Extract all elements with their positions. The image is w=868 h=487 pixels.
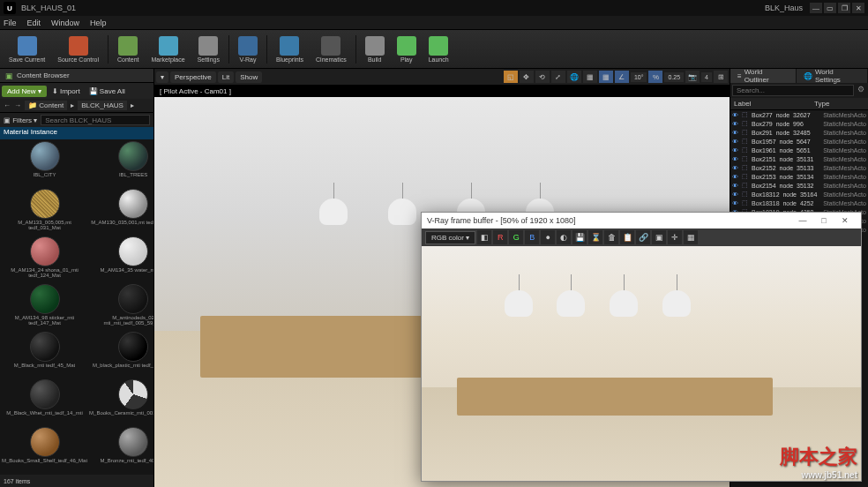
outliner-row[interactable]: 👁⬚Box279_node_996StaticMeshActor <box>730 119 868 128</box>
toolbar-cinematics-button[interactable]: Cinematics <box>311 34 352 64</box>
vfb-region-icon[interactable]: ▣ <box>652 230 666 244</box>
material-thumbnail[interactable]: M_AM130_035,001,mt tedf_07_Mat <box>89 189 153 235</box>
visibility-icon[interactable]: 👁 <box>732 174 739 180</box>
material-thumbnail[interactable]: M_antinodeds_02 mti_mti_tedf_005_59_mti <box>89 284 153 330</box>
scale-gizmo-icon[interactable]: ⤢ <box>551 71 565 83</box>
tab-world-outliner[interactable]: ≡World Outliner <box>730 69 796 83</box>
visibility-icon[interactable]: 👁 <box>732 121 739 127</box>
outliner-row[interactable]: 👁⬚Box1957_node_5647StaticMeshActor <box>730 137 868 146</box>
material-thumbnail[interactable]: M_Black_mti tedf_45_Mat <box>2 332 87 378</box>
lit-mode-button[interactable]: Lit <box>218 71 234 83</box>
vray-frame-buffer-window[interactable]: V-Ray frame buffer - [50% of 1920 x 1080… <box>421 212 862 482</box>
grid-snap-icon[interactable]: ▦ <box>599 71 613 83</box>
close-button[interactable]: ✕ <box>852 3 864 13</box>
toolbar-source-control-button[interactable]: Source Control <box>52 34 104 64</box>
toolbar-blueprints-button[interactable]: Blueprints <box>271 34 309 64</box>
vfb-clear-icon[interactable]: 🗑 <box>604 230 618 244</box>
vfb-close-button[interactable]: ✕ <box>834 216 856 225</box>
visibility-icon[interactable]: 👁 <box>732 112 739 118</box>
outliner-row[interactable]: 👁⬚Box2151_node_35131StaticMeshActor <box>730 154 868 163</box>
vfb-copy-icon[interactable]: 📋 <box>620 230 634 244</box>
minimize-button[interactable]: — <box>810 3 822 13</box>
outliner-row[interactable]: 👁⬚Box18312_node_35164StaticMeshActor <box>730 190 868 199</box>
asset-type-filter[interactable]: Material Instance <box>0 127 153 139</box>
toolbar-save-current-button[interactable]: Save Current <box>4 34 50 64</box>
menu-file[interactable]: File <box>4 19 17 27</box>
material-thumbnail[interactable]: M_black_plastic_mti tedf_113_Mat <box>89 332 153 378</box>
toolbar-content-button[interactable]: Content <box>112 34 145 64</box>
tab-world-settings[interactable]: 🌐World Settings <box>797 69 867 83</box>
col-type[interactable]: Type <box>814 100 864 108</box>
show-button[interactable]: Show <box>236 71 262 83</box>
outliner-row[interactable]: 👁⬚Box1961_node_5651StaticMeshActor <box>730 146 868 154</box>
camera-speed-icon[interactable]: 📷 <box>685 71 700 83</box>
outliner-row[interactable]: 👁⬚Box277_node_32627StaticMeshActor <box>730 110 868 119</box>
visibility-icon[interactable]: 👁 <box>732 139 739 145</box>
visibility-icon[interactable]: 👁 <box>732 200 739 206</box>
material-thumbnail[interactable]: M_AM134_98 sticker_mti tedf_147_Mat <box>2 284 87 330</box>
outliner-row[interactable]: 👁⬚Box18318_node_4252StaticMeshActor <box>730 199 868 207</box>
transform-select-icon[interactable]: ◱ <box>504 71 518 83</box>
toolbar-marketplace-button[interactable]: Marketplace <box>146 34 190 64</box>
material-thumbnail[interactable]: M_AM134_24 shona_01_mti tedf_124_Mat <box>2 236 87 282</box>
material-thumbnail[interactable]: M_Books_Ceramic_mti_001_tedf_mti <box>89 379 153 425</box>
viewport-options-button[interactable]: ▾ <box>156 71 168 83</box>
visibility-icon[interactable]: 👁 <box>732 130 739 136</box>
perspective-button[interactable]: Perspective <box>170 71 216 83</box>
material-thumbnail[interactable]: IBL_TREES <box>89 141 153 187</box>
breadcrumb-root[interactable]: 📁 Content <box>25 101 67 110</box>
angle-snap-value[interactable]: 10° <box>631 72 647 82</box>
menu-help[interactable]: Help <box>90 19 107 27</box>
vfb-save-icon[interactable]: 💾 <box>572 230 587 244</box>
toolbar-v-ray-button[interactable]: V-Ray <box>233 34 263 64</box>
import-button[interactable]: ⬇ Import <box>49 87 84 95</box>
outliner-search-input[interactable] <box>732 85 854 96</box>
vfb-channel-select[interactable]: RGB color ▾ <box>425 231 475 244</box>
visibility-icon[interactable]: 👁 <box>732 183 739 189</box>
angle-snap-icon[interactable]: ∠ <box>615 71 629 83</box>
restore-button[interactable]: ❐ <box>838 3 850 13</box>
vfb-correction-icon[interactable]: ▦ <box>684 230 698 244</box>
save-all-button[interactable]: 💾 Save All <box>86 87 129 95</box>
material-thumbnail[interactable]: M_AM133_005,005,mt tedf_031_Mat <box>2 189 87 235</box>
coord-space-icon[interactable]: 🌐 <box>567 71 581 83</box>
vfb-green-channel-button[interactable]: G <box>509 230 523 244</box>
material-thumbnail[interactable]: M_AM134_35 water_mti_20 <box>89 236 153 282</box>
search-options-icon[interactable]: ⚙ <box>856 85 866 96</box>
add-new-button[interactable]: Add New ▾ <box>2 86 47 97</box>
rotate-gizmo-icon[interactable]: ⟲ <box>535 71 550 83</box>
camera-speed-value[interactable]: 4 <box>701 72 712 82</box>
vfb-minimize-button[interactable]: — <box>792 216 813 225</box>
material-thumbnail[interactable]: M_Books_Small_Shelf_tedf_46_Mat <box>2 427 87 473</box>
vfb-rgb-icon[interactable]: ◧ <box>477 230 491 244</box>
material-thumbnail[interactable]: IBL_CITY <box>2 141 87 187</box>
pilot-active-label[interactable]: [ Pilot Active - Cam01 ] <box>154 85 730 97</box>
material-thumbnail[interactable]: M_Black_Whet_mti_tedf_14_mti <box>2 379 87 425</box>
visibility-icon[interactable]: 👁 <box>732 191 739 198</box>
vfb-mono-button[interactable]: ◐ <box>557 230 571 244</box>
vfb-title-bar[interactable]: V-Ray frame buffer - [50% of 1920 x 1080… <box>422 213 861 229</box>
outliner-row[interactable]: 👁⬚Box2154_node_35132StaticMeshActor <box>730 181 868 190</box>
toolbar-launch-button[interactable]: Launch <box>423 34 454 64</box>
outliner-row[interactable]: 👁⬚Box291_node_32485StaticMeshActor <box>730 128 868 137</box>
menu-window[interactable]: Window <box>51 19 79 27</box>
vfb-blue-channel-button[interactable]: B <box>525 230 539 244</box>
visibility-icon[interactable]: 👁 <box>732 156 739 162</box>
vfb-alpha-channel-button[interactable]: ● <box>541 230 555 244</box>
vfb-render-view[interactable] <box>422 246 861 481</box>
outliner-row[interactable]: 👁⬚Box2153_node_35134StaticMeshActor <box>730 172 868 181</box>
nav-back-icon[interactable]: ← <box>4 101 11 109</box>
vfb-maximize-button[interactable]: □ <box>813 216 834 225</box>
toolbar-play-button[interactable]: Play <box>392 34 422 64</box>
vfb-track-icon[interactable]: ✛ <box>668 230 682 244</box>
scale-snap-value[interactable]: 0.25 <box>664 72 684 82</box>
vfb-history-icon[interactable]: ⌛ <box>588 230 602 244</box>
visibility-icon[interactable]: 👁 <box>732 147 739 154</box>
breadcrumb-folder[interactable]: BLCK_HAUS <box>78 101 127 110</box>
nav-forward-icon[interactable]: → <box>14 101 21 109</box>
toolbar-settings-button[interactable]: Settings <box>192 34 225 64</box>
outliner-row[interactable]: 👁⬚Box2152_node_35133StaticMeshActor <box>730 163 868 172</box>
maximize-button[interactable]: ▭ <box>824 3 836 13</box>
scale-snap-icon[interactable]: % <box>648 71 662 83</box>
menu-edit[interactable]: Edit <box>27 19 41 27</box>
